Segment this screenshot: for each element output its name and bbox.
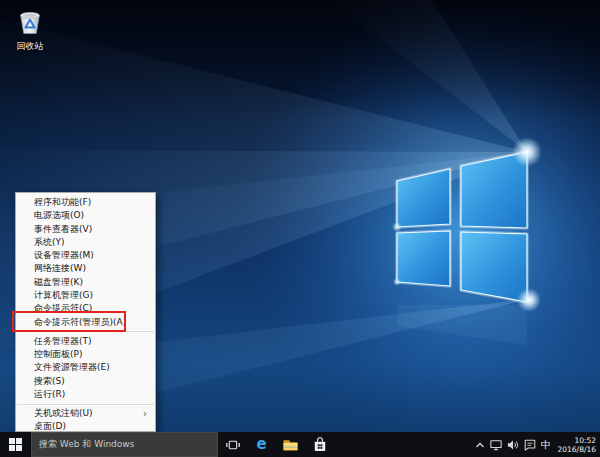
winx-context-menu: 程序和功能(F) 电源选项(O) 事件查看器(V) 系统(Y) 设备管理器(M)… xyxy=(15,192,156,432)
ime-language-indicator[interactable]: 中 xyxy=(538,432,554,457)
action-center-icon xyxy=(523,438,537,451)
task-view-button[interactable] xyxy=(218,432,247,457)
file-explorer-button[interactable] xyxy=(276,432,305,457)
action-center-button[interactable] xyxy=(521,432,538,457)
recycle-bin-label: 回收站 xyxy=(6,41,54,52)
menu-item-system[interactable]: 系统(Y) xyxy=(16,236,155,249)
store-button[interactable] xyxy=(305,432,334,457)
windows-logo-icon xyxy=(9,438,22,451)
menu-item-command-prompt-admin[interactable]: 命令提示符(管理员)(A) xyxy=(16,316,155,329)
menu-item-power-options[interactable]: 电源选项(O) xyxy=(16,209,155,222)
desktop-screen: 回收站 程序和功能(F) 电源选项(O) 事件查看器(V) 系统(Y) 设备管理… xyxy=(0,0,600,457)
menu-item-computer-management[interactable]: 计算机管理(G) xyxy=(16,289,155,302)
edge-icon: e xyxy=(256,437,266,452)
menu-item-search[interactable]: 搜索(S) xyxy=(16,375,155,388)
menu-item-command-prompt[interactable]: 命令提示符(C) xyxy=(16,302,155,315)
menu-item-programs-and-features[interactable]: 程序和功能(F) xyxy=(16,196,155,209)
volume-button[interactable] xyxy=(504,432,521,457)
menu-item-file-explorer[interactable]: 文件资源管理器(E) xyxy=(16,361,155,374)
taskbar: 搜索 Web 和 Windows e xyxy=(0,432,600,457)
clock-time: 10:52 xyxy=(574,436,596,445)
menu-item-disk-management[interactable]: 磁盘管理(K) xyxy=(16,276,155,289)
menu-item-control-panel[interactable]: 控制面板(P) xyxy=(16,348,155,361)
ime-label: 中 xyxy=(541,438,551,452)
show-hidden-icons-button[interactable] xyxy=(472,432,487,457)
menu-item-run[interactable]: 运行(R) xyxy=(16,388,155,401)
taskbar-clock[interactable]: 10:52 2016/8/16 xyxy=(554,432,600,457)
start-button[interactable] xyxy=(0,432,31,457)
menu-item-shutdown-or-signout[interactable]: 关机或注销(U) › xyxy=(16,407,155,420)
network-status-button[interactable] xyxy=(487,432,504,457)
store-icon xyxy=(312,436,328,453)
task-view-icon xyxy=(224,437,242,453)
menu-separator xyxy=(17,404,154,405)
menu-item-task-manager[interactable]: 任务管理器(T) xyxy=(16,335,155,348)
submenu-arrow-icon: › xyxy=(143,409,147,419)
menu-item-event-viewer[interactable]: 事件查看器(V) xyxy=(16,223,155,236)
recycle-bin-icon[interactable]: 回收站 xyxy=(6,6,54,52)
taskbar-spacer xyxy=(334,432,472,457)
taskbar-search-input[interactable]: 搜索 Web 和 Windows xyxy=(31,432,218,457)
edge-browser-button[interactable]: e xyxy=(247,432,276,457)
speaker-icon xyxy=(506,439,520,451)
clock-date: 2016/8/16 xyxy=(558,445,596,454)
menu-separator xyxy=(17,331,154,332)
network-icon xyxy=(489,439,503,451)
recycle-bin-glyph xyxy=(15,6,45,36)
chevron-up-icon xyxy=(475,441,485,449)
file-explorer-icon xyxy=(282,437,299,452)
menu-item-device-manager[interactable]: 设备管理器(M) xyxy=(16,249,155,262)
menu-item-network-connections[interactable]: 网络连接(W) xyxy=(16,262,155,275)
search-placeholder-text: 搜索 Web 和 Windows xyxy=(32,438,134,451)
